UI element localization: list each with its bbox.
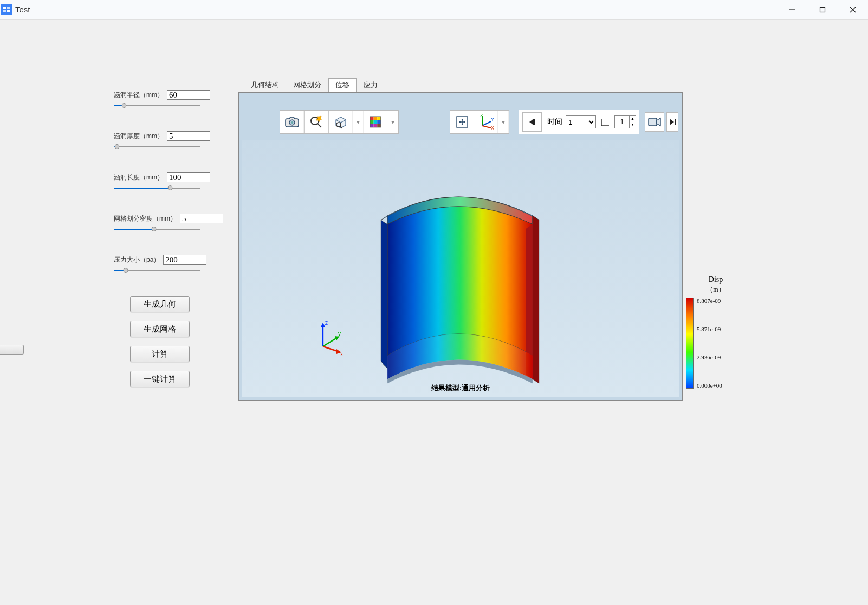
param-label: 涵洞半径（mm） [114, 91, 164, 100]
svg-rect-19 [373, 120, 377, 124]
param-label: 涵洞长度（mm） [114, 173, 164, 182]
legend-title: Disp [686, 275, 746, 284]
svg-line-30 [482, 126, 491, 128]
tab-mesh[interactable]: 网格划分 [286, 78, 328, 92]
thickness-slider[interactable] [114, 142, 200, 152]
fit-view-button[interactable] [450, 111, 474, 133]
generate-geometry-button[interactable]: 生成几何 [130, 296, 190, 312]
view-mode-dropdown[interactable]: ▾ [353, 111, 364, 133]
param-label: 网格划分密度（mm） [114, 214, 177, 223]
result-model-label: 结果模型:通用分析 [431, 383, 490, 393]
length-slider[interactable] [114, 183, 200, 193]
svg-marker-36 [321, 323, 325, 327]
zoom-icon [308, 115, 325, 129]
result-render [242, 140, 679, 397]
svg-rect-1 [7, 7, 10, 9]
axes-dropdown[interactable]: ▾ [498, 111, 509, 133]
svg-rect-18 [370, 120, 374, 124]
radius-input[interactable] [167, 90, 210, 100]
frame-spinner[interactable]: ▲▼ [614, 115, 636, 128]
mesh-density-slider[interactable] [114, 224, 200, 234]
screenshot-button[interactable] [280, 111, 304, 133]
time-select[interactable]: 1 [566, 115, 596, 128]
param-pressure: 压力大小（pa） [114, 255, 238, 275]
viewer-toolbar: ▾ ▾ [280, 110, 399, 134]
axes-orientation-button[interactable]: ZYX [474, 111, 498, 133]
spinner-up[interactable]: ▲ [629, 116, 636, 122]
mesh-density-input[interactable] [180, 214, 223, 223]
step-forward-icon [668, 118, 677, 126]
svg-rect-21 [370, 124, 374, 127]
maximize-icon [819, 7, 826, 13]
param-mesh-density: 网格划分密度（mm） [114, 214, 238, 234]
fit-icon [455, 115, 469, 129]
colormap-icon [368, 115, 383, 129]
legend-max: 8.807e-09 [697, 298, 722, 304]
legend-ticks: 8.807e-09 5.871e-09 2.936e-09 0.000e+00 [697, 298, 722, 389]
svg-rect-20 [377, 120, 381, 124]
frame-input[interactable] [615, 116, 629, 128]
compute-button[interactable]: 计算 [130, 346, 190, 362]
radius-slider[interactable] [114, 101, 200, 111]
collapsed-panel-stub[interactable] [0, 345, 24, 355]
param-label: 压力大小（pa） [114, 255, 160, 265]
viewport-frame: ▾ ▾ ZYX ▾ [238, 92, 683, 401]
tab-geometry[interactable]: 几何结构 [244, 78, 286, 92]
step-forward-button[interactable] [666, 112, 678, 132]
time-toolbar: 时间 1 ▲▼ [519, 110, 639, 134]
zoom-button[interactable] [305, 111, 328, 133]
viewer-toolbar-right [645, 110, 678, 134]
cube-icon [333, 115, 349, 129]
main-area: 涵洞半径（mm） 涵洞厚度（mm） 涵洞长度（mm） [0, 20, 868, 605]
pressure-slider[interactable] [114, 266, 200, 275]
svg-line-12 [318, 124, 321, 127]
axes-icon: ZYX [477, 114, 495, 130]
svg-rect-3 [7, 10, 10, 12]
length-input[interactable] [167, 172, 210, 182]
svg-text:z: z [325, 320, 328, 326]
legend-q2: 5.871e-09 [697, 326, 722, 332]
action-buttons: 生成几何 生成网格 计算 一键计算 [114, 296, 238, 387]
generate-mesh-button[interactable]: 生成网格 [130, 321, 190, 337]
video-icon [647, 117, 662, 127]
view-mode-button[interactable] [329, 111, 353, 133]
svg-rect-17 [377, 117, 381, 120]
orientation-triad: z y x [312, 318, 350, 356]
legend-q1: 2.936e-09 [697, 354, 722, 361]
pressure-input[interactable] [163, 255, 206, 265]
colormap-button[interactable] [364, 111, 387, 133]
render-canvas[interactable]: z y x 结果模型:通用分析 [242, 140, 679, 397]
tab-displacement[interactable]: 位移 [328, 78, 357, 92]
svg-rect-22 [373, 124, 377, 127]
one-click-compute-button[interactable]: 一键计算 [130, 371, 190, 387]
tab-stress[interactable]: 应力 [357, 78, 385, 92]
thickness-input[interactable] [167, 131, 210, 141]
param-thickness: 涵洞厚度（mm） [114, 131, 238, 152]
colormap-dropdown[interactable]: ▾ [387, 111, 398, 133]
svg-line-28 [482, 121, 491, 126]
color-legend: Disp （m） 8.807e-09 5.871e-09 2.936e-09 0… [686, 275, 746, 389]
viewer-area: 几何结构 网格划分 位移 应力 ▾ [238, 20, 868, 605]
minimize-button[interactable] [777, 0, 807, 20]
svg-rect-16 [373, 117, 377, 120]
svg-rect-2 [3, 10, 6, 12]
close-button[interactable] [838, 0, 868, 20]
legend-unit: （m） [686, 285, 746, 294]
spinner-down[interactable]: ▼ [629, 122, 636, 128]
minimize-icon [789, 7, 795, 13]
svg-line-38 [323, 338, 337, 346]
svg-rect-5 [820, 7, 825, 12]
step-back-icon [527, 117, 537, 127]
legend-min: 0.000e+00 [697, 382, 722, 389]
param-length: 涵洞长度（mm） [114, 172, 238, 193]
svg-rect-0 [3, 7, 6, 9]
close-icon [850, 7, 856, 13]
svg-rect-32 [534, 119, 535, 125]
step-back-button[interactable] [522, 112, 542, 132]
record-button[interactable] [645, 112, 664, 132]
maximize-button[interactable] [807, 0, 838, 20]
app-icon [1, 4, 12, 15]
svg-text:y: y [338, 331, 341, 337]
svg-text:Z: Z [480, 114, 483, 118]
param-radius: 涵洞半径（mm） [114, 90, 238, 111]
